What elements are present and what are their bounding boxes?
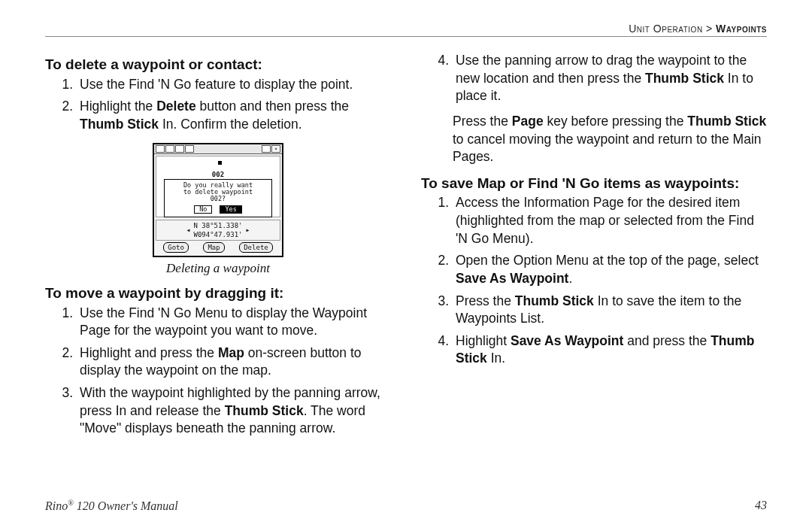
device-coordinates: ◂ N 38°51.338' W094°47.931' ▸: [156, 220, 280, 241]
titlebar-icon: [262, 145, 271, 153]
section-move-list: Use the Find 'N Go Menu to display the W…: [45, 305, 391, 438]
move-step-4: Use the panning arrow to drag the waypoi…: [453, 52, 767, 105]
section-save-list: Access the Information Page for the desi…: [421, 194, 767, 368]
dialog-yes-button[interactable]: Yes: [220, 205, 241, 214]
move-step-2: Highlight and press the Map on-screen bu…: [77, 344, 391, 380]
section-delete-list: Use the Find 'N Go feature to display th…: [45, 76, 391, 134]
softkey-map[interactable]: Map: [203, 242, 224, 253]
save-step-1: Access the Information Page for the desi…: [453, 194, 767, 247]
save-step-2: Open the Option Menu at the top of the p…: [453, 252, 767, 287]
device-screenshot: × 002 Do you really want to delete waypo…: [153, 143, 283, 257]
delete-step-2: Highlight the Delete button and then pre…: [77, 98, 391, 133]
dialog-text-line: 002?: [166, 196, 270, 202]
page-footer: Rino® 120 Owner's Manual 43: [45, 499, 767, 513]
figure-caption: Deleting a waypoint: [45, 260, 391, 278]
figure-delete-waypoint: × 002 Do you really want to delete waypo…: [45, 143, 391, 278]
titlebar-icon: [165, 145, 174, 153]
right-column: Use the panning arrow to drag the waypoi…: [421, 50, 767, 445]
content-columns: To delete a waypoint or contact: Use the…: [45, 50, 767, 445]
move-step-1: Use the Find 'N Go Menu to display the W…: [77, 305, 391, 340]
save-step-4: Highlight Save As Waypoint and press the…: [453, 332, 767, 368]
footer-manual-title: Rino® 120 Owner's Manual: [45, 499, 178, 513]
section-move-list-continued: Use the panning arrow to drag the waypoi…: [421, 52, 767, 105]
manual-page: Unit Operation > Waypoints To delete a w…: [0, 0, 812, 528]
close-icon: ×: [271, 145, 280, 153]
softkey-delete[interactable]: Delete: [239, 242, 273, 253]
running-header-topic: Waypoints: [716, 23, 767, 35]
footer-page-number: 43: [755, 499, 767, 513]
titlebar-icon: [175, 145, 184, 153]
device-softkeys: Goto Map Delete: [157, 242, 279, 253]
save-step-3: Press the Thumb Stick In to save the ite…: [453, 293, 767, 328]
waypoint-marker-icon: [218, 161, 222, 165]
running-header-section: Unit Operation: [629, 23, 702, 35]
dialog-no-button[interactable]: No: [194, 205, 212, 214]
section-delete-title: To delete a waypoint or contact:: [45, 55, 391, 74]
section-save-title: To save Map or Find 'N Go items as waypo…: [421, 174, 767, 193]
titlebar-icon: [156, 145, 165, 153]
chevron-right-icon: ▸: [246, 225, 250, 235]
device-map-area: 002 Do you really want to delete waypoin…: [156, 156, 280, 217]
delete-step-1: Use the Find 'N Go feature to display th…: [77, 76, 391, 94]
chevron-left-icon: ◂: [186, 225, 190, 235]
move-step-3: With the waypoint highlighted by the pan…: [77, 384, 391, 438]
waypoint-label: 002: [212, 170, 224, 179]
coord-west: W094°47.931': [193, 230, 242, 239]
section-move-title: To move a waypoint by dragging it:: [45, 284, 391, 303]
confirm-dialog: Do you really want to delete waypoint 00…: [164, 179, 272, 217]
device-titlebar: ×: [154, 144, 282, 154]
running-header: Unit Operation > Waypoints: [45, 23, 767, 37]
coord-north: N 38°51.338': [193, 221, 242, 230]
running-header-sep: >: [703, 23, 716, 35]
titlebar-icon: [185, 145, 194, 153]
softkey-goto[interactable]: Goto: [163, 242, 189, 253]
left-column: To delete a waypoint or contact: Use the…: [45, 50, 391, 445]
move-cancel-note: Press the Page key before pressing the T…: [453, 113, 767, 166]
